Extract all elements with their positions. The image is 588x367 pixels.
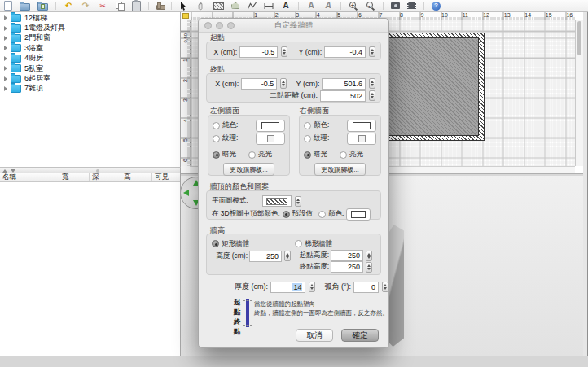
disclosure-triangle-icon[interactable] [4, 66, 7, 71]
column-header-depth[interactable]: 深 [90, 173, 121, 181]
catalog-item[interactable]: 4廚房 [0, 54, 180, 63]
create-rooms-icon[interactable] [231, 2, 239, 9]
disclosure-triangle-icon[interactable] [4, 86, 7, 91]
hint-line-2: 終點，牆體左側的一面即為左側牆面，反之亦然。 [254, 309, 388, 317]
left-color-radio[interactable] [213, 122, 220, 129]
help-icon[interactable] [432, 2, 441, 11]
left-matt-radio[interactable] [213, 151, 220, 159]
left-color-well[interactable] [256, 120, 285, 132]
zoom-out-icon[interactable]: - [366, 1, 375, 11]
thickness-stepper[interactable] [309, 282, 315, 292]
close-icon[interactable] [204, 22, 212, 29]
pattern-stepper[interactable] [295, 196, 301, 207]
splitter-collapse-down-icon[interactable] [11, 169, 15, 173]
disclosure-triangle-icon[interactable] [4, 46, 7, 50]
undo-icon[interactable] [64, 1, 73, 11]
wall-height-stepper[interactable] [284, 251, 291, 261]
end-height-stepper[interactable] [366, 262, 372, 273]
create-photo-icon[interactable] [391, 2, 400, 9]
cancel-button[interactable]: 取消 [296, 329, 333, 342]
start-x-field[interactable]: -0.5 [239, 46, 278, 58]
arc-field[interactable]: 0 [353, 282, 379, 293]
zoom-in-icon[interactable]: + [349, 1, 358, 11]
top-default-radio[interactable] [283, 211, 290, 218]
end-x-stepper[interactable] [280, 78, 287, 89]
left-shiny-radio[interactable] [248, 151, 256, 159]
start-height-field[interactable]: 250 [331, 250, 363, 261]
disclosure-triangle-icon[interactable] [4, 36, 7, 41]
plan-vertical-scrollbar[interactable] [575, 20, 583, 166]
right-texture-button[interactable] [347, 133, 376, 145]
h-ruler-number: 8 [400, 12, 403, 18]
catalog-item[interactable]: 6起居室 [0, 73, 180, 83]
paste-icon[interactable] [132, 1, 141, 11]
left-texture-radio[interactable] [213, 135, 220, 142]
arc-stepper[interactable] [382, 282, 388, 292]
column-header-height[interactable]: 高 [121, 173, 152, 181]
top-color-well[interactable] [346, 208, 371, 221]
start-height-stepper[interactable] [366, 251, 372, 261]
left-baseboard-button[interactable]: 更改踢腳板... [223, 163, 274, 176]
column-header-name[interactable]: 名稱 [0, 173, 59, 181]
minimize-icon[interactable] [216, 22, 223, 29]
catalog-item[interactable]: 3浴室 [0, 43, 180, 53]
zoom-window-icon[interactable] [227, 22, 235, 29]
new-document-icon[interactable] [4, 1, 12, 11]
splitter-collapse-up-icon[interactable] [2, 169, 7, 173]
ok-button[interactable]: 確定 [341, 329, 379, 342]
start-y-field[interactable]: -0.4 [324, 46, 366, 58]
dialog-title-bar[interactable]: 自定義牆體 [199, 19, 388, 33]
right-baseboard-button[interactable]: 更改踢腳板... [314, 163, 366, 176]
right-matt-radio[interactable] [304, 151, 311, 159]
select-tool-icon[interactable] [179, 1, 189, 11]
disclosure-triangle-icon[interactable] [4, 26, 7, 31]
catalog-item[interactable]: 7雜項 [0, 84, 180, 94]
text-style-plain-icon[interactable] [306, 1, 316, 11]
disclosure-triangle-icon[interactable] [4, 15, 7, 20]
catalog-item[interactable]: 2門和窗 [0, 33, 180, 43]
start-y-stepper[interactable] [369, 46, 375, 57]
catalog-item[interactable]: 5臥室 [0, 63, 180, 73]
create-walls-icon[interactable] [213, 2, 224, 10]
cut-icon[interactable] [98, 1, 108, 11]
right-color-radio[interactable] [304, 122, 311, 129]
disclosure-triangle-icon[interactable] [4, 76, 7, 81]
disclosure-triangle-icon[interactable] [4, 56, 7, 61]
column-header-width[interactable]: 寬 [59, 173, 90, 181]
add-text-icon[interactable] [281, 1, 291, 11]
sloping-wall-radio[interactable] [295, 240, 302, 247]
column-header-visible[interactable]: 可見 [152, 173, 180, 181]
left-texture-button[interactable] [256, 133, 285, 145]
wall-height-field[interactable]: 250 [249, 251, 282, 262]
catalog-item[interactable]: 1電燈及灯具 [0, 23, 180, 33]
copy-icon[interactable] [115, 1, 125, 11]
sloping-wall-column: 梯形牆體 起點高度: 250 終點高度: 250 [295, 238, 375, 273]
save-icon[interactable] [37, 3, 48, 11]
pan-tool-icon[interactable] [196, 1, 206, 11]
pattern-combo[interactable] [262, 195, 292, 207]
right-color-well[interactable] [347, 120, 376, 132]
splitter-handle[interactable] [96, 169, 99, 173]
open-icon[interactable] [20, 3, 30, 11]
create-dimensions-icon[interactable] [264, 1, 274, 11]
right-shiny-radio[interactable] [340, 151, 347, 159]
end-y-field[interactable]: 501.6 [322, 78, 366, 90]
create-video-icon[interactable] [407, 2, 416, 9]
right-texture-radio[interactable] [304, 135, 311, 142]
distance-stepper[interactable] [369, 90, 375, 101]
end-height-field[interactable]: 250 [331, 261, 363, 273]
top-color-radio[interactable] [318, 211, 326, 218]
redo-icon[interactable] [81, 1, 90, 11]
end-x-field[interactable]: -0.5 [241, 78, 277, 90]
start-x-stepper[interactable] [281, 46, 287, 57]
create-polylines-icon[interactable] [247, 1, 257, 11]
add-furniture-icon[interactable] [156, 2, 164, 10]
furniture-catalog-panel: 12樓梯 1電燈及灯具 2門和窗 3浴室 4廚房 5臥室 6起居室 7雜項 [0, 11, 181, 167]
navigate-left-icon[interactable] [183, 190, 189, 196]
end-y-stepper[interactable] [369, 78, 375, 89]
distance-field[interactable]: 502 [320, 90, 366, 102]
text-style-italic-icon[interactable] [323, 1, 333, 11]
rectangular-wall-radio[interactable] [212, 240, 219, 247]
catalog-item[interactable]: 12樓梯 [0, 13, 180, 23]
thickness-field[interactable]: 14 [270, 282, 305, 293]
